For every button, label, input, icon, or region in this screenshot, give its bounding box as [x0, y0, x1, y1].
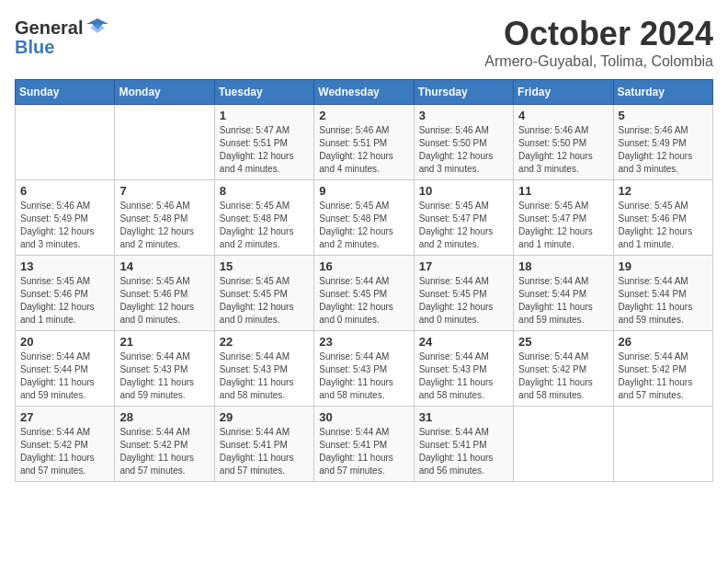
calendar-cell: 30Sunrise: 5:44 AMSunset: 5:41 PMDayligh… — [314, 407, 414, 482]
day-number: 9 — [319, 184, 408, 198]
calendar-cell: 28Sunrise: 5:44 AMSunset: 5:42 PMDayligh… — [115, 407, 214, 482]
day-info: Sunrise: 5:44 AMSunset: 5:41 PMDaylight:… — [419, 426, 508, 477]
calendar-cell — [613, 407, 712, 482]
calendar-week-3: 13Sunrise: 5:45 AMSunset: 5:46 PMDayligh… — [16, 256, 713, 331]
day-number: 8 — [220, 184, 309, 198]
calendar-cell: 25Sunrise: 5:44 AMSunset: 5:42 PMDayligh… — [514, 331, 613, 407]
calendar-cell: 17Sunrise: 5:44 AMSunset: 5:45 PMDayligh… — [414, 256, 513, 331]
day-info: Sunrise: 5:45 AMSunset: 5:47 PMDaylight:… — [419, 200, 508, 251]
calendar-cell: 29Sunrise: 5:44 AMSunset: 5:41 PMDayligh… — [214, 407, 313, 482]
day-number: 21 — [119, 335, 209, 349]
day-number: 16 — [319, 259, 408, 273]
day-number: 3 — [419, 109, 508, 122]
day-number: 27 — [20, 410, 109, 424]
calendar-cell: 19Sunrise: 5:44 AMSunset: 5:44 PMDayligh… — [613, 256, 712, 331]
day-info: Sunrise: 5:45 AMSunset: 5:46 PMDaylight:… — [119, 275, 209, 327]
day-number: 24 — [419, 335, 508, 349]
day-info: Sunrise: 5:45 AMSunset: 5:46 PMDaylight:… — [619, 200, 708, 251]
calendar-cell: 23Sunrise: 5:44 AMSunset: 5:43 PMDayligh… — [314, 331, 414, 407]
calendar-cell: 12Sunrise: 5:45 AMSunset: 5:46 PMDayligh… — [613, 180, 712, 256]
calendar-cell: 4Sunrise: 5:46 AMSunset: 5:50 PMDaylight… — [514, 105, 613, 180]
day-info: Sunrise: 5:44 AMSunset: 5:45 PMDaylight:… — [319, 275, 408, 327]
calendar-cell: 26Sunrise: 5:44 AMSunset: 5:42 PMDayligh… — [613, 331, 712, 407]
calendar-cell — [115, 105, 214, 180]
calendar-table: SundayMondayTuesdayWednesdayThursdayFrid… — [15, 79, 713, 482]
calendar-cell: 27Sunrise: 5:44 AMSunset: 5:42 PMDayligh… — [16, 407, 115, 482]
logo: General Blue — [15, 15, 110, 58]
column-header-thursday: Thursday — [414, 80, 513, 105]
day-number: 11 — [518, 184, 608, 198]
calendar-cell — [16, 105, 115, 180]
day-info: Sunrise: 5:44 AMSunset: 5:43 PMDaylight:… — [419, 350, 508, 402]
calendar-week-1: 1Sunrise: 5:47 AMSunset: 5:51 PMDaylight… — [16, 105, 713, 180]
day-info: Sunrise: 5:45 AMSunset: 5:45 PMDaylight:… — [220, 275, 309, 327]
calendar-cell: 2Sunrise: 5:46 AMSunset: 5:51 PMDaylight… — [314, 105, 414, 180]
calendar-cell: 6Sunrise: 5:46 AMSunset: 5:49 PMDaylight… — [16, 180, 115, 256]
day-info: Sunrise: 5:44 AMSunset: 5:42 PMDaylight:… — [518, 350, 608, 402]
calendar-cell: 7Sunrise: 5:46 AMSunset: 5:48 PMDaylight… — [115, 180, 214, 256]
calendar-cell: 24Sunrise: 5:44 AMSunset: 5:43 PMDayligh… — [414, 331, 513, 407]
day-number: 23 — [319, 335, 408, 349]
calendar-cell: 15Sunrise: 5:45 AMSunset: 5:45 PMDayligh… — [214, 256, 313, 331]
day-info: Sunrise: 5:47 AMSunset: 5:51 PMDaylight:… — [220, 124, 309, 176]
day-info: Sunrise: 5:45 AMSunset: 5:48 PMDaylight:… — [220, 200, 309, 251]
calendar-cell: 9Sunrise: 5:45 AMSunset: 5:48 PMDaylight… — [314, 180, 414, 256]
day-info: Sunrise: 5:44 AMSunset: 5:42 PMDaylight:… — [619, 350, 708, 402]
day-number: 1 — [220, 109, 309, 122]
calendar-cell: 20Sunrise: 5:44 AMSunset: 5:44 PMDayligh… — [16, 331, 115, 407]
calendar-cell: 16Sunrise: 5:44 AMSunset: 5:45 PMDayligh… — [314, 256, 414, 331]
calendar-cell: 18Sunrise: 5:44 AMSunset: 5:44 PMDayligh… — [514, 256, 613, 331]
day-info: Sunrise: 5:44 AMSunset: 5:41 PMDaylight:… — [319, 426, 408, 477]
title-block: October 2024 Armero-Guyabal, Tolima, Col… — [484, 15, 713, 70]
day-number: 26 — [619, 335, 708, 349]
day-number: 31 — [419, 410, 508, 424]
day-info: Sunrise: 5:44 AMSunset: 5:44 PMDaylight:… — [619, 275, 708, 327]
day-info: Sunrise: 5:46 AMSunset: 5:50 PMDaylight:… — [419, 124, 508, 176]
day-info: Sunrise: 5:45 AMSunset: 5:48 PMDaylight:… — [319, 200, 408, 251]
day-number: 28 — [119, 410, 209, 424]
day-info: Sunrise: 5:44 AMSunset: 5:43 PMDaylight:… — [119, 350, 209, 402]
day-number: 25 — [518, 335, 608, 349]
day-info: Sunrise: 5:44 AMSunset: 5:41 PMDaylight:… — [220, 426, 309, 477]
logo-blue: Blue — [15, 37, 54, 58]
logo-general: General — [15, 17, 83, 39]
page-header: General Blue October 2024 Armero-Guyabal… — [15, 15, 713, 70]
calendar-cell: 8Sunrise: 5:45 AMSunset: 5:48 PMDaylight… — [214, 180, 313, 256]
day-info: Sunrise: 5:46 AMSunset: 5:48 PMDaylight:… — [119, 200, 209, 251]
day-info: Sunrise: 5:46 AMSunset: 5:50 PMDaylight:… — [518, 124, 608, 176]
logo-bird-icon — [85, 15, 110, 40]
calendar-cell: 11Sunrise: 5:45 AMSunset: 5:47 PMDayligh… — [514, 180, 613, 256]
column-header-friday: Friday — [514, 80, 613, 105]
column-header-saturday: Saturday — [613, 80, 712, 105]
calendar-cell: 3Sunrise: 5:46 AMSunset: 5:50 PMDaylight… — [414, 105, 513, 180]
day-info: Sunrise: 5:46 AMSunset: 5:49 PMDaylight:… — [619, 124, 708, 176]
day-info: Sunrise: 5:46 AMSunset: 5:49 PMDaylight:… — [20, 200, 109, 251]
column-header-sunday: Sunday — [16, 80, 115, 105]
day-number: 4 — [518, 109, 608, 122]
calendar-cell: 31Sunrise: 5:44 AMSunset: 5:41 PMDayligh… — [414, 407, 513, 482]
calendar-cell: 10Sunrise: 5:45 AMSunset: 5:47 PMDayligh… — [414, 180, 513, 256]
calendar-week-5: 27Sunrise: 5:44 AMSunset: 5:42 PMDayligh… — [16, 407, 713, 482]
calendar-cell: 5Sunrise: 5:46 AMSunset: 5:49 PMDaylight… — [613, 105, 712, 180]
calendar-cell: 14Sunrise: 5:45 AMSunset: 5:46 PMDayligh… — [115, 256, 214, 331]
day-number: 19 — [619, 259, 708, 273]
day-number: 13 — [20, 259, 109, 273]
calendar-body: 1Sunrise: 5:47 AMSunset: 5:51 PMDaylight… — [16, 105, 713, 482]
day-number: 29 — [220, 410, 309, 424]
day-number: 12 — [619, 184, 708, 198]
month-title: October 2024 — [484, 15, 713, 53]
calendar-header-row: SundayMondayTuesdayWednesdayThursdayFrid… — [16, 80, 713, 105]
calendar-week-4: 20Sunrise: 5:44 AMSunset: 5:44 PMDayligh… — [16, 331, 713, 407]
day-number: 6 — [20, 184, 109, 198]
day-number: 30 — [319, 410, 408, 424]
day-number: 18 — [518, 259, 608, 273]
day-info: Sunrise: 5:46 AMSunset: 5:51 PMDaylight:… — [319, 124, 408, 176]
day-info: Sunrise: 5:45 AMSunset: 5:46 PMDaylight:… — [20, 275, 109, 327]
day-number: 7 — [119, 184, 209, 198]
day-info: Sunrise: 5:45 AMSunset: 5:47 PMDaylight:… — [518, 200, 608, 251]
day-info: Sunrise: 5:44 AMSunset: 5:45 PMDaylight:… — [419, 275, 508, 327]
calendar-cell — [514, 407, 613, 482]
day-info: Sunrise: 5:44 AMSunset: 5:42 PMDaylight:… — [119, 426, 209, 477]
calendar-week-2: 6Sunrise: 5:46 AMSunset: 5:49 PMDaylight… — [16, 180, 713, 256]
day-number: 5 — [619, 109, 708, 122]
